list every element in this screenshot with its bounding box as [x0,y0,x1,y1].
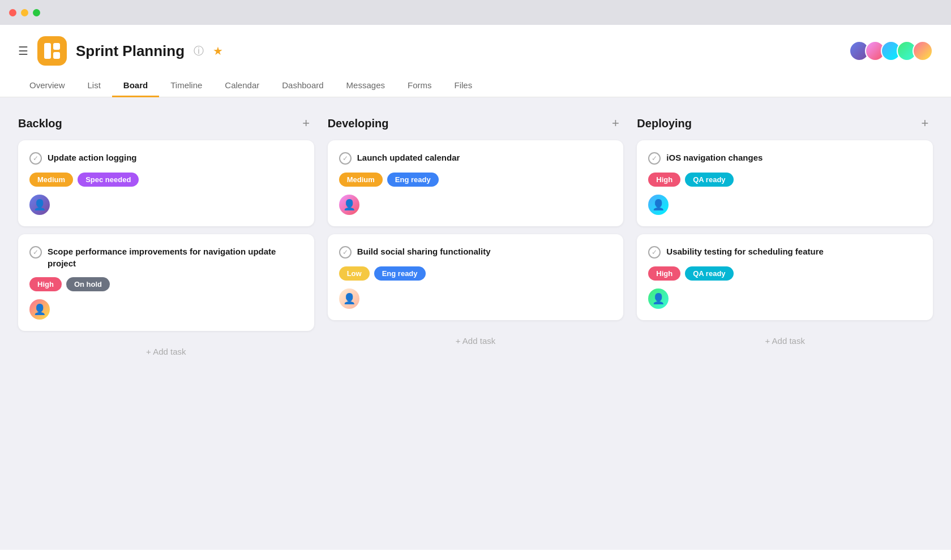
card-tags: High QA ready [648,173,922,187]
header-top: ☰ Sprint Planning ⓘ ★ [18,36,933,66]
check-icon: ✓ [648,152,661,165]
tag-eng-ready[interactable]: Eng ready [387,173,439,187]
titlebar [0,0,951,25]
tab-dashboard[interactable]: Dashboard [271,75,335,97]
team-avatars [849,41,933,61]
favorite-icon[interactable]: ★ [213,44,223,58]
card-title-row: ✓ iOS navigation changes [648,152,922,165]
check-icon: ✓ [29,246,42,259]
header-left: ☰ Sprint Planning ⓘ ★ [18,36,223,66]
card-avatar: 👤 [29,299,50,320]
card-title-row: ✓ Update action logging [29,152,303,165]
check-icon: ✓ [29,152,42,165]
app-logo [37,36,67,66]
add-card-deploying-button[interactable]: + [917,115,933,131]
board: Backlog + ✓ Update action logging Medium… [0,97,951,550]
tab-files[interactable]: Files [443,75,483,97]
add-task-developing-button[interactable]: + Add task [328,330,624,351]
tag-high[interactable]: High [648,173,680,187]
add-task-backlog-button[interactable]: + Add task [18,341,314,362]
card-tags: High On hold [29,277,303,291]
card-avatar: 👤 [339,195,359,215]
check-icon: ✓ [648,246,661,259]
card-update-action-logging: ✓ Update action logging Medium Spec need… [18,140,314,226]
card-title: Update action logging [48,152,137,163]
tag-medium[interactable]: Medium [29,173,73,187]
card-tags: Low Eng ready [339,266,612,281]
card-title: Launch updated calendar [357,152,460,163]
check-icon: ✓ [339,152,352,165]
nav-tabs: Overview List Board Timeline Calendar Da… [18,75,933,97]
card-avatar: 👤 [339,288,359,309]
main-window: ☰ Sprint Planning ⓘ ★ [0,25,951,560]
column-developing: Developing + ✓ Launch updated calendar M… [328,115,624,351]
column-backlog: Backlog + ✓ Update action logging Medium… [18,115,314,362]
tag-high[interactable]: High [29,277,62,291]
card-avatar: 👤 [648,195,669,215]
card-title: Scope performance improvements for navig… [48,245,303,269]
card-scope-performance: ✓ Scope performance improvements for nav… [18,234,314,331]
header: ☰ Sprint Planning ⓘ ★ [0,25,951,97]
tag-low[interactable]: Low [339,266,370,281]
tab-timeline[interactable]: Timeline [159,75,213,97]
add-task-deploying-button[interactable]: + Add task [637,330,933,351]
column-title-developing: Developing [328,117,389,130]
add-card-backlog-button[interactable]: + [298,115,314,131]
minimize-button[interactable] [21,9,28,16]
tab-overview[interactable]: Overview [18,75,76,97]
card-tags: High QA ready [648,266,922,281]
tag-qa-ready[interactable]: QA ready [685,266,733,281]
avatar [913,41,933,61]
tag-eng-ready[interactable]: Eng ready [374,266,426,281]
column-header-developing: Developing + [328,115,624,131]
card-title-row: ✓ Usability testing for scheduling featu… [648,245,922,259]
tag-spec-needed[interactable]: Spec needed [78,173,139,187]
add-card-developing-button[interactable]: + [607,115,623,131]
project-title: Sprint Planning [76,42,185,60]
tag-qa-ready[interactable]: QA ready [685,173,733,187]
card-title-row: ✓ Scope performance improvements for nav… [29,245,303,269]
column-title-backlog: Backlog [18,117,62,130]
tab-forms[interactable]: Forms [396,75,443,97]
card-social-sharing: ✓ Build social sharing functionality Low… [328,234,624,320]
tab-calendar[interactable]: Calendar [213,75,271,97]
column-title-deploying: Deploying [637,117,692,130]
card-launch-calendar: ✓ Launch updated calendar Medium Eng rea… [328,140,624,226]
column-header-backlog: Backlog + [18,115,314,131]
maximize-button[interactable] [33,9,40,16]
column-deploying: Deploying + ✓ iOS navigation changes Hig… [637,115,933,351]
tag-on-hold[interactable]: On hold [66,277,110,291]
menu-icon[interactable]: ☰ [18,44,28,58]
tab-messages[interactable]: Messages [335,75,396,97]
card-usability-testing: ✓ Usability testing for scheduling featu… [637,234,933,320]
card-title-row: ✓ Launch updated calendar [339,152,612,165]
card-tags: Medium Spec needed [29,173,303,187]
check-icon: ✓ [339,246,352,259]
tab-board[interactable]: Board [112,75,159,97]
card-title: Usability testing for scheduling feature [666,245,824,257]
card-title-row: ✓ Build social sharing functionality [339,245,612,259]
card-ios-navigation: ✓ iOS navigation changes High QA ready 👤 [637,140,933,226]
card-avatar: 👤 [29,195,50,215]
column-header-deploying: Deploying + [637,115,933,131]
info-icon[interactable]: ⓘ [194,44,204,58]
card-avatar: 👤 [648,288,669,309]
card-title: iOS navigation changes [666,152,762,163]
card-tags: Medium Eng ready [339,173,612,187]
card-title: Build social sharing functionality [357,245,491,257]
tag-medium[interactable]: Medium [339,173,383,187]
close-button[interactable] [9,9,16,16]
tag-high[interactable]: High [648,266,680,281]
tab-list[interactable]: List [76,75,112,97]
